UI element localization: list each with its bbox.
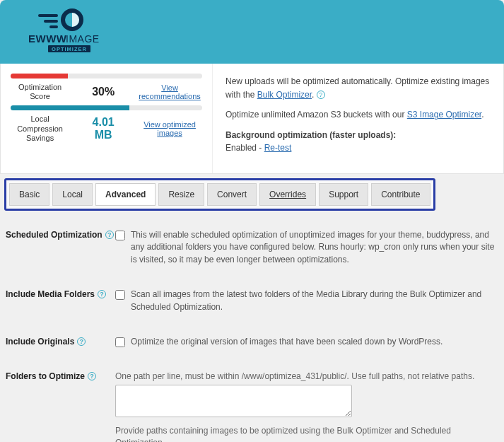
- brand-logo: EWWW IMAGE OPTIMIZER: [14, 7, 99, 53]
- score-metric: Optimization Score 30% View recommendati…: [11, 83, 202, 101]
- score-bar: [11, 74, 202, 78]
- dashboard-panel: Optimization Score 30% View recommendati…: [0, 64, 504, 174]
- checkbox-include-originals[interactable]: [115, 337, 125, 347]
- savings-label: Local Compression Savings: [11, 115, 69, 143]
- label-include-media-text: Include Media Folders: [6, 289, 95, 299]
- tab-overrides[interactable]: Overrides: [259, 183, 316, 206]
- label-include-originals: Include Originals ?: [6, 336, 115, 347]
- savings-bar: [11, 105, 202, 110]
- label-folders: Folders to Optimize ?: [6, 371, 115, 381]
- settings-tabs: Basic Local Advanced Resize Convert Over…: [9, 183, 430, 206]
- retest-link[interactable]: Re-test: [264, 143, 292, 153]
- svg-text:IMAGE: IMAGE: [66, 33, 99, 45]
- svg-rect-4: [49, 25, 58, 28]
- svg-text:EWWW: EWWW: [28, 33, 67, 45]
- row-scheduled: Scheduled Optimization ? This will enabl…: [3, 218, 501, 277]
- tab-support[interactable]: Support: [319, 183, 368, 206]
- desc-include-media: Scan all images from the latest two fold…: [131, 289, 498, 313]
- tab-convert[interactable]: Convert: [207, 183, 257, 206]
- score-label: Optimization Score: [11, 83, 69, 101]
- label-scheduled: Scheduled Optimization ?: [6, 229, 115, 240]
- label-scheduled-text: Scheduled Optimization: [6, 230, 102, 240]
- desc-scheduled: This will enable scheduled optimization …: [131, 229, 498, 266]
- score-value: 30%: [82, 86, 124, 98]
- bg-heading: Background optimization (faster uploads)…: [225, 130, 396, 140]
- desc-include-originals: Optimize the original version of images …: [131, 336, 443, 348]
- row-include-media: Include Media Folders ? Scan all images …: [3, 277, 501, 325]
- label-include-originals-text: Include Originals: [6, 337, 74, 347]
- logo-icon: EWWW IMAGE OPTIMIZER: [14, 7, 99, 53]
- label-include-media: Include Media Folders ?: [6, 289, 115, 299]
- checkbox-include-media-wrap[interactable]: Scan all images from the latest two fold…: [115, 289, 498, 313]
- savings-metric: Local Compression Savings 4.01 MB View o…: [11, 115, 202, 143]
- tab-basic[interactable]: Basic: [9, 183, 49, 206]
- svg-rect-3: [44, 20, 58, 23]
- help-icon[interactable]: ?: [317, 91, 325, 99]
- tabs-container: Basic Local Advanced Resize Convert Over…: [0, 174, 504, 215]
- row-include-originals: Include Originals ? Optimize the origina…: [3, 325, 501, 359]
- s3-prefix: Optimize unlimited Amazon S3 buckets wit…: [225, 110, 407, 120]
- row-folders: Folders to Optimize ? One path per line,…: [3, 359, 501, 442]
- folders-hint-bottom: Provide paths containing images to be op…: [115, 425, 498, 442]
- tab-advanced[interactable]: Advanced: [95, 183, 156, 206]
- checkbox-scheduled-wrap[interactable]: This will enable scheduled optimization …: [115, 229, 498, 266]
- header-banner: EWWW IMAGE OPTIMIZER: [0, 0, 504, 64]
- svg-text:OPTIMIZER: OPTIMIZER: [52, 46, 87, 52]
- help-icon[interactable]: ?: [77, 337, 86, 346]
- checkbox-include-media[interactable]: [115, 290, 125, 300]
- svg-rect-2: [38, 14, 58, 17]
- dashboard-metrics: Optimization Score 30% View recommendati…: [1, 64, 213, 173]
- tab-resize[interactable]: Resize: [158, 183, 204, 206]
- dashboard-info: New uploads will be optimized automatica…: [213, 64, 503, 173]
- bg-state: Enabled -: [225, 143, 264, 153]
- checkbox-include-originals-wrap[interactable]: Optimize the original version of images …: [115, 336, 498, 348]
- help-icon[interactable]: ?: [105, 231, 114, 239]
- help-icon[interactable]: ?: [88, 372, 96, 380]
- tab-local[interactable]: Local: [52, 183, 93, 206]
- help-icon[interactable]: ?: [98, 290, 106, 298]
- tabs-highlight-box: Basic Local Advanced Resize Convert Over…: [4, 178, 435, 211]
- checkbox-scheduled[interactable]: [115, 231, 125, 240]
- view-optimized-link[interactable]: View optimized images: [137, 120, 202, 137]
- s3-optimizer-link[interactable]: S3 Image Optimizer: [407, 110, 481, 120]
- folders-hint-top: One path per line, must be within /www/o…: [115, 371, 498, 383]
- tab-contribute[interactable]: Contribute: [371, 183, 430, 206]
- folders-textarea[interactable]: [115, 385, 352, 417]
- label-folders-text: Folders to Optimize: [6, 371, 85, 381]
- savings-value: 4.01 MB: [82, 116, 124, 141]
- bg-opt-block: Background optimization (faster uploads)…: [225, 129, 491, 155]
- bulk-optimizer-link[interactable]: Bulk Optimizer: [257, 90, 312, 100]
- view-recommendations-link[interactable]: View recommendations: [137, 83, 202, 100]
- settings-form: Scheduled Optimization ? This will enabl…: [0, 215, 504, 442]
- auto-upload-text: New uploads will be optimized automatica…: [225, 75, 491, 101]
- s3-text: Optimize unlimited Amazon S3 buckets wit…: [225, 108, 491, 122]
